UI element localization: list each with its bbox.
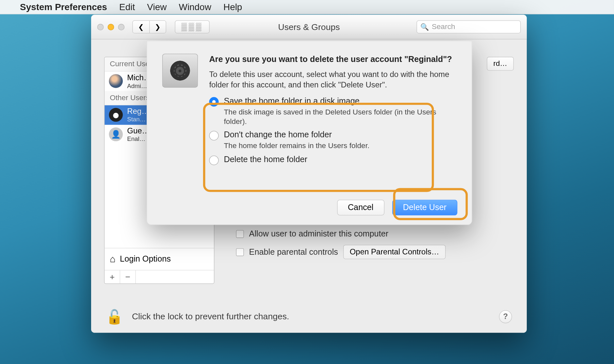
search-input[interactable]	[432, 23, 517, 31]
home-icon: ⌂	[110, 253, 116, 265]
menu-help[interactable]: Help	[223, 2, 242, 12]
login-options-label: Login Options	[120, 254, 171, 264]
login-options[interactable]: ⌂ Login Options	[105, 248, 214, 270]
dialog-body: To delete this user account, select what…	[209, 69, 456, 90]
open-parental-controls-button[interactable]: Open Parental Controls…	[343, 245, 446, 259]
maximize-icon[interactable]	[118, 23, 124, 30]
close-icon[interactable]	[97, 23, 104, 30]
radio-icon[interactable]	[209, 155, 218, 165]
radio-subtext: The home folder remains in the Users fol…	[224, 142, 457, 151]
parental-checkbox-row[interactable]: Enable parental controls	[236, 247, 338, 257]
dialog-title: Are you sure you want to delete the user…	[209, 54, 456, 65]
user-name: Reg…	[127, 107, 149, 116]
help-button[interactable]: ?	[499, 310, 512, 323]
checkbox-icon[interactable]	[236, 248, 244, 256]
user-name: Gue…	[127, 126, 150, 135]
lock-icon[interactable]: 🔓	[106, 308, 123, 325]
search-field[interactable]: 🔍	[416, 20, 521, 33]
checkbox-icon[interactable]	[236, 230, 244, 238]
user-role: Enal…	[127, 135, 150, 142]
nav-back-forward: ❮ ❯	[132, 20, 166, 33]
parental-checkbox-label: Enable parental controls	[249, 247, 338, 257]
avatar-icon	[109, 108, 123, 122]
system-preferences-icon: ⚙	[162, 54, 198, 88]
titlebar: ❮ ❯ ▒▒▒ Users & Groups 🔍	[91, 15, 527, 39]
delete-user-dialog: ⚙ Are you sure you want to delete the us…	[147, 41, 472, 225]
menu-view[interactable]: View	[147, 2, 167, 12]
dialog-options: Save the home folder in a disk image The…	[209, 96, 456, 165]
window-title: Users & Groups	[278, 22, 340, 32]
menu-window[interactable]: Window	[179, 2, 211, 12]
radio-label: Delete the home folder	[224, 155, 307, 164]
radio-label: Save the home folder in a disk image	[224, 96, 360, 106]
radio-subtext: The disk image is saved in the Deleted U…	[224, 108, 457, 127]
radio-icon[interactable]	[209, 97, 218, 107]
traffic-lights	[97, 23, 125, 30]
admin-checkbox-label: Allow user to administer this computer	[249, 229, 389, 239]
avatar-icon: 👤	[109, 128, 123, 142]
add-user-button[interactable]: +	[105, 270, 120, 283]
app-menu[interactable]: System Preferences	[20, 2, 107, 12]
back-button[interactable]: ❮	[133, 21, 149, 33]
menubar: System Preferences Edit View Window Help	[0, 0, 614, 14]
change-password-button[interactable]: rd…	[487, 57, 514, 71]
user-role: Stan…	[127, 116, 149, 123]
add-remove-bar: + −	[105, 270, 214, 283]
menu-edit[interactable]: Edit	[119, 2, 135, 12]
admin-checkbox-row[interactable]: Allow user to administer this computer	[236, 229, 496, 239]
delete-user-button[interactable]: Delete User	[392, 200, 458, 215]
avatar-icon	[109, 74, 123, 88]
radio-delete-folder[interactable]: Delete the home folder	[209, 155, 456, 165]
remove-user-button[interactable]: −	[120, 270, 136, 283]
show-all-button[interactable]: ▒▒▒	[175, 20, 209, 33]
radio-save-disk-image[interactable]: Save the home folder in a disk image	[209, 96, 456, 107]
minimize-icon[interactable]	[107, 23, 114, 30]
radio-dont-change[interactable]: Don't change the home folder	[209, 130, 456, 141]
footer: 🔓 Click the lock to prevent further chan…	[91, 300, 527, 333]
forward-button[interactable]: ❯	[149, 21, 166, 33]
cancel-button[interactable]: Cancel	[337, 200, 384, 215]
search-icon: 🔍	[420, 23, 429, 31]
radio-icon[interactable]	[209, 131, 218, 141]
radio-label: Don't change the home folder	[224, 130, 332, 140]
lock-text: Click the lock to prevent further change…	[132, 311, 289, 322]
